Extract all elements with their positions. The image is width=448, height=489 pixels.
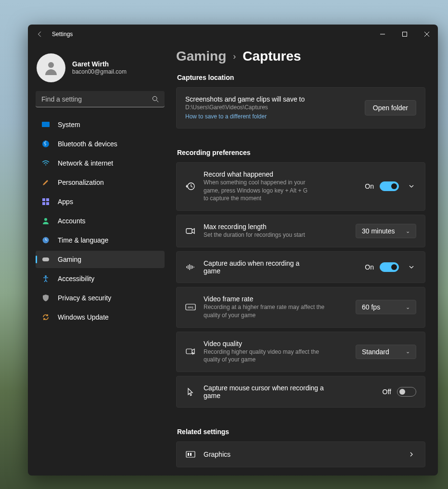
row-title: Capture mouse cursor when recording a ga… bbox=[204, 384, 329, 399]
svg-rect-11 bbox=[42, 202, 45, 205]
nav-network[interactable]: Network & internet bbox=[36, 154, 165, 172]
svg-rect-9 bbox=[42, 198, 45, 201]
row-graphics[interactable]: Graphics bbox=[176, 441, 425, 467]
row-capture-audio: Capture audio when recording a game On bbox=[176, 251, 425, 283]
record-toggle[interactable] bbox=[380, 181, 399, 191]
row-sub: Recording higher quality video may affec… bbox=[204, 348, 329, 364]
nav-update[interactable]: Windows Update bbox=[36, 309, 165, 326]
fps-icon: FPS bbox=[185, 304, 196, 310]
svg-point-13 bbox=[44, 218, 47, 221]
svg-rect-7 bbox=[42, 122, 50, 127]
svg-rect-17 bbox=[42, 257, 49, 261]
search-box bbox=[36, 91, 165, 107]
cursor-icon bbox=[185, 387, 196, 396]
nav-label: Network & internet bbox=[58, 159, 113, 167]
row-title: Graphics bbox=[204, 450, 399, 458]
nav-time[interactable]: Time & language bbox=[36, 232, 165, 249]
back-button[interactable] bbox=[37, 31, 43, 38]
expand-button[interactable] bbox=[407, 262, 416, 272]
nav-label: System bbox=[58, 121, 80, 129]
nav-label: Windows Update bbox=[58, 313, 109, 321]
captures-location-card: Screenshots and game clips will save to … bbox=[176, 87, 425, 129]
nav-bluetooth[interactable]: Bluetooth & devices bbox=[36, 135, 165, 153]
row-record-what-happened: Record what happened When something cool… bbox=[176, 162, 425, 211]
maximize-button[interactable] bbox=[394, 25, 416, 44]
breadcrumb: Gaming › Captures bbox=[176, 49, 425, 64]
video-icon bbox=[185, 227, 196, 235]
row-capture-cursor: Capture mouse cursor when recording a ga… bbox=[176, 376, 425, 408]
chevron-down-icon: ⌄ bbox=[406, 228, 410, 234]
nav-accessibility[interactable]: Accessibility bbox=[36, 270, 165, 287]
accessibility-icon bbox=[41, 274, 50, 283]
row-sub: When something cool happened in your gam… bbox=[204, 179, 312, 203]
search-input[interactable] bbox=[36, 91, 165, 107]
nav-privacy[interactable]: Privacy & security bbox=[36, 289, 165, 307]
svg-text:FPS: FPS bbox=[188, 306, 193, 309]
cursor-toggle[interactable] bbox=[397, 387, 416, 397]
row-title: Video quality bbox=[204, 340, 348, 347]
nav-label: Bluetooth & devices bbox=[58, 140, 117, 148]
svg-point-18 bbox=[45, 275, 47, 277]
chevron-right-icon: › bbox=[233, 51, 236, 62]
titlebar: Settings bbox=[28, 25, 438, 44]
toggle-state: Off bbox=[383, 388, 391, 396]
svg-line-6 bbox=[156, 100, 158, 102]
window-controls bbox=[371, 25, 438, 44]
max-length-dropdown[interactable]: 30 minutes ⌄ bbox=[356, 224, 416, 238]
wifi-icon bbox=[41, 159, 50, 167]
location-line: Screenshots and game clips will save to bbox=[185, 95, 357, 103]
shield-icon bbox=[41, 294, 50, 302]
chevron-down-icon: ⌄ bbox=[406, 304, 410, 310]
svg-rect-12 bbox=[46, 202, 49, 205]
nav-label: Time & language bbox=[58, 236, 108, 244]
nav-system[interactable]: System bbox=[36, 116, 165, 133]
audio-toggle[interactable] bbox=[380, 262, 399, 272]
nav-label: Accessibility bbox=[58, 275, 94, 283]
gamepad-icon bbox=[41, 255, 50, 264]
breadcrumb-parent[interactable]: Gaming bbox=[176, 49, 226, 64]
history-icon bbox=[185, 181, 196, 191]
update-icon bbox=[41, 313, 50, 322]
row-title: Max recording length bbox=[204, 223, 348, 231]
nav-label: Gaming bbox=[58, 256, 81, 263]
user-email: bacon00@gmail.com bbox=[72, 68, 127, 76]
expand-button[interactable] bbox=[407, 181, 416, 191]
brush-icon bbox=[41, 178, 50, 187]
nav-label: Privacy & security bbox=[58, 294, 111, 302]
minimize-button[interactable] bbox=[371, 25, 394, 44]
clock-icon bbox=[41, 236, 50, 244]
apps-icon bbox=[41, 197, 50, 206]
nav-label: Accounts bbox=[58, 217, 86, 225]
row-title: Video frame rate bbox=[204, 295, 348, 303]
fps-dropdown[interactable]: 60 fps ⌄ bbox=[356, 300, 416, 314]
section-captures-location: Captures location bbox=[177, 74, 425, 81]
svg-point-5 bbox=[153, 96, 157, 101]
nav-list: System Bluetooth & devices Network & int… bbox=[36, 116, 165, 326]
open-folder-button[interactable]: Open folder bbox=[365, 100, 416, 116]
svg-rect-29 bbox=[186, 349, 192, 354]
toggle-state: On bbox=[365, 182, 374, 190]
row-max-recording-length: Max recording length Set the duration fo… bbox=[176, 215, 425, 247]
row-sub: Set the duration for recordings you star… bbox=[204, 231, 348, 239]
breadcrumb-current: Captures bbox=[243, 49, 301, 64]
row-video-frame-rate: FPS Video frame rate Recording at a high… bbox=[176, 287, 425, 328]
location-path: D:\Users\Garet\Videos\Captures bbox=[185, 103, 357, 112]
chevron-down-icon: ⌄ bbox=[406, 348, 410, 355]
nav-gaming[interactable]: Gaming bbox=[36, 251, 165, 268]
nav-accounts[interactable]: Accounts bbox=[36, 212, 165, 230]
toggle-state: On bbox=[365, 263, 374, 271]
quality-dropdown[interactable]: Standard ⌄ bbox=[356, 345, 416, 359]
svg-rect-10 bbox=[46, 198, 49, 201]
nav-apps[interactable]: Apps bbox=[36, 193, 165, 210]
nav-label: Apps bbox=[58, 198, 73, 206]
svg-rect-1 bbox=[403, 32, 407, 37]
audio-wave-icon bbox=[185, 263, 196, 271]
user-profile[interactable]: Garet Wirth bacon00@gmail.com bbox=[37, 53, 165, 82]
window-title: Settings bbox=[52, 31, 371, 38]
display-icon bbox=[41, 120, 50, 129]
close-button[interactable] bbox=[416, 25, 438, 44]
svg-rect-32 bbox=[190, 453, 192, 456]
location-help-link[interactable]: How to save to a different folder bbox=[185, 113, 267, 120]
nav-personalization[interactable]: Personalization bbox=[36, 174, 165, 191]
content-area: Gaming › Captures Captures location Scre… bbox=[172, 44, 438, 476]
